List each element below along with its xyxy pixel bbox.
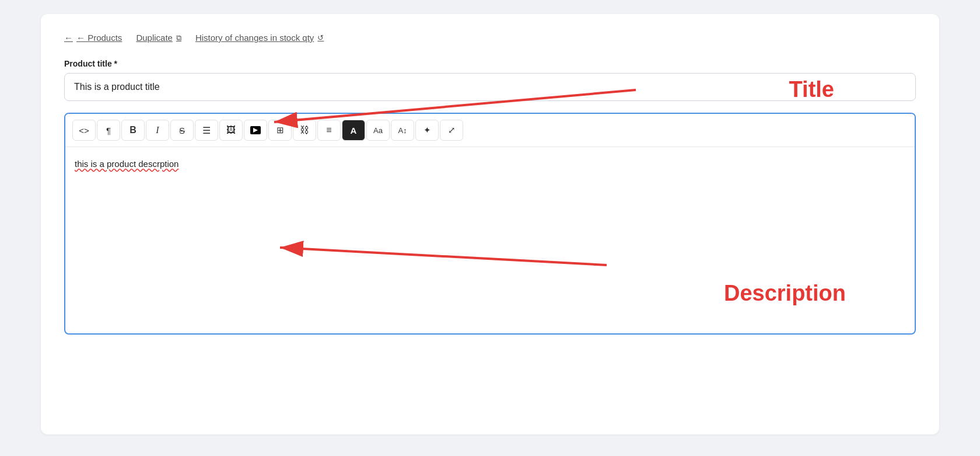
toolbar-btn-font-size[interactable]: Aa xyxy=(366,120,390,141)
toolbar-btn-video[interactable] xyxy=(244,120,267,141)
toolbar-btn-code[interactable]: <> xyxy=(72,120,96,141)
duplicate-link[interactable]: Duplicate ⧉ xyxy=(136,33,181,43)
toolbar-btn-line-height[interactable]: A↕ xyxy=(391,120,414,141)
page-container: ← ← Products Duplicate ⧉ History of chan… xyxy=(41,14,939,434)
toolbar-btn-highlight[interactable]: ✦ xyxy=(415,120,439,141)
toolbar-btn-image[interactable]: 🖼 xyxy=(219,120,243,141)
arrow-left-icon: ← xyxy=(64,33,73,43)
back-to-products-link[interactable]: ← ← Products xyxy=(64,33,122,43)
duplicate-icon: ⧉ xyxy=(176,33,181,43)
toolbar-btn-link[interactable]: ⛓ xyxy=(293,120,316,141)
description-text: this is a product descrption xyxy=(75,159,178,169)
editor-toolbar: <>¶BIS☰🖼⊞⛓≡AAaA↕✦⤢ xyxy=(65,114,915,147)
product-title-input[interactable] xyxy=(64,73,916,101)
required-marker: * xyxy=(114,59,117,68)
nav-bar: ← ← Products Duplicate ⧉ History of chan… xyxy=(64,33,916,43)
rich-text-editor: <>¶BIS☰🖼⊞⛓≡AAaA↕✦⤢ this is a product des… xyxy=(64,113,916,335)
toolbar-btn-strikethrough[interactable]: S xyxy=(170,120,194,141)
product-title-label: Product title * xyxy=(64,59,916,68)
toolbar-btn-paragraph[interactable]: ¶ xyxy=(97,120,120,141)
history-label: History of changes in stock qty xyxy=(195,33,314,43)
toolbar-btn-text-color[interactable]: A xyxy=(342,120,365,141)
history-link[interactable]: History of changes in stock qty ↺ xyxy=(195,33,324,43)
toolbar-btn-italic[interactable]: I xyxy=(146,120,169,141)
history-icon: ↺ xyxy=(317,33,324,42)
toolbar-btn-fullscreen[interactable]: ⤢ xyxy=(440,120,463,141)
toolbar-btn-table[interactable]: ⊞ xyxy=(268,120,292,141)
toolbar-btn-bold[interactable]: B xyxy=(121,120,145,141)
editor-content[interactable]: this is a product descrption xyxy=(65,147,915,322)
duplicate-label: Duplicate xyxy=(136,33,173,43)
toolbar-btn-align[interactable]: ≡ xyxy=(317,120,341,141)
products-link-label: ← Products xyxy=(76,33,122,43)
toolbar-btn-list[interactable]: ☰ xyxy=(195,120,218,141)
